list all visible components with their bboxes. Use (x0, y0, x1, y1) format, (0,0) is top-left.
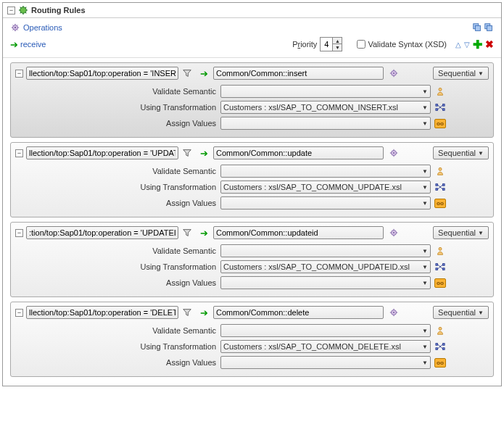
svg-rect-6 (487, 25, 492, 30)
priority-input[interactable] (321, 38, 332, 51)
svg-rect-26 (443, 264, 445, 266)
person-icon[interactable] (434, 324, 447, 337)
assign-values-select[interactable]: ▼ (220, 276, 431, 289)
move-down-button[interactable]: ▽ (464, 41, 470, 49)
target-input[interactable] (213, 226, 384, 239)
arrow-right-icon: ➔ (200, 307, 208, 318)
browse-target-icon[interactable] (388, 307, 400, 318)
transformation-select[interactable]: Customers : xsl/SAP_TO_COMMON_UPDATE.xsl… (220, 181, 431, 194)
person-icon[interactable] (434, 244, 447, 257)
assign-values-select[interactable]: ▼ (220, 117, 431, 130)
assign-icon[interactable]: oo (434, 196, 447, 210)
collapse-rule-button[interactable]: − (15, 70, 23, 78)
transformation-value: Customers : xsl/SAP_TO_COMMON_UPDATEID.x… (223, 262, 410, 271)
caret-down-icon: ▼ (478, 310, 484, 316)
filter-icon[interactable] (181, 147, 193, 159)
browse-target-icon[interactable] (388, 227, 400, 238)
copy-buttons (472, 22, 494, 33)
move-up-button[interactable]: △ (455, 41, 461, 49)
assign-values-select[interactable]: ▼ (220, 356, 431, 369)
caret-down-icon: ▼ (478, 70, 484, 77)
delete-button[interactable]: ✖ (485, 38, 494, 50)
execution-mode-button[interactable]: Sequential ▼ (433, 226, 489, 239)
operations-link[interactable]: Operations (23, 23, 62, 32)
validate-semantic-select[interactable]: ▼ (220, 85, 431, 98)
copy-icon-1[interactable] (472, 22, 482, 33)
spinner-up[interactable]: ▲ (333, 38, 342, 44)
target-input[interactable] (213, 67, 384, 80)
browse-target-icon[interactable] (388, 147, 400, 159)
transformation-select[interactable]: Customers : xsl/SAP_TO_COMMON_INSERT.xsl… (220, 101, 431, 114)
spinner-down[interactable]: ▼ (333, 44, 342, 51)
receive-link[interactable]: receive (20, 40, 46, 49)
svg-rect-17 (436, 184, 438, 186)
execution-mode-label: Sequential (438, 228, 476, 237)
rule-item: − ➔ Sequential ▼ Validate Semantic ▼ (10, 222, 494, 297)
validate-syntax-input[interactable] (357, 40, 365, 49)
priority-spinner[interactable]: ▲ ▼ (320, 37, 342, 51)
rule-header: − ➔ Sequential ▼ (11, 302, 493, 323)
mapping-icon[interactable] (434, 181, 447, 194)
person-icon[interactable] (434, 165, 447, 178)
svg-rect-24 (436, 264, 438, 266)
collapse-rule-button[interactable]: − (15, 149, 23, 157)
arrow-right-icon: ➔ (200, 68, 208, 79)
mapping-icon[interactable] (434, 340, 447, 353)
filter-input[interactable] (26, 146, 178, 159)
svg-point-15 (393, 152, 394, 154)
validate-semantic-select[interactable]: ▼ (220, 165, 431, 178)
arrow-right-icon: ➔ (10, 39, 18, 50)
assign-values-label: Assign Values (15, 119, 220, 128)
svg-rect-20 (443, 188, 445, 191)
svg-point-23 (439, 247, 442, 250)
using-transformation-label: Using Transformation (15, 342, 220, 351)
assign-values-label: Assign Values (15, 199, 220, 207)
filter-icon[interactable] (181, 307, 193, 318)
validate-syntax-checkbox[interactable]: Validate Syntax (XSD) (357, 40, 447, 49)
svg-rect-33 (443, 344, 445, 346)
person-icon[interactable] (434, 85, 447, 98)
transformation-value: Customers : xsl/SAP_TO_COMMON_INSERT.xsl (223, 103, 398, 112)
svg-rect-18 (436, 188, 438, 191)
assign-icon[interactable]: oo (434, 356, 447, 369)
execution-mode-label: Sequential (438, 69, 476, 78)
filter-icon[interactable] (181, 67, 193, 79)
execution-mode-button[interactable]: Sequential ▼ (433, 67, 489, 80)
browse-target-icon[interactable] (388, 67, 400, 79)
svg-point-9 (439, 88, 442, 91)
rule-item: − ➔ Sequential ▼ Validate Semantic ▼ (10, 302, 494, 377)
transformation-select[interactable]: Customers : xsl/SAP_TO_COMMON_DELETE.xsl… (220, 340, 431, 353)
transformation-select[interactable]: Customers : xsl/SAP_TO_COMMON_UPDATEID.x… (220, 260, 431, 273)
execution-mode-button[interactable]: Sequential ▼ (433, 306, 489, 319)
collapse-rule-button[interactable]: − (15, 309, 23, 317)
svg-rect-25 (436, 268, 438, 270)
rule-header: − ➔ Sequential ▼ (11, 63, 493, 83)
receive-row: ➔ receive Priority ▲ ▼ Validate Syntax (… (3, 36, 501, 58)
validate-semantic-select[interactable]: ▼ (220, 324, 431, 337)
assign-values-select[interactable]: ▼ (220, 196, 431, 210)
filter-icon[interactable] (181, 227, 193, 238)
filter-input[interactable] (26, 226, 178, 239)
collapse-rule-button[interactable]: − (15, 229, 23, 237)
assign-icon[interactable]: oo (434, 117, 447, 130)
arrow-right-icon: ➔ (200, 228, 208, 238)
svg-rect-27 (443, 268, 445, 270)
add-button[interactable]: ✚ (473, 38, 482, 51)
svg-rect-11 (436, 109, 438, 111)
filter-input[interactable] (26, 306, 178, 319)
target-input[interactable] (213, 146, 384, 159)
operations-row: Operations (3, 18, 501, 36)
rule-item: − ➔ Sequential ▼ Validate Semantic ▼ (10, 62, 494, 138)
execution-mode-button[interactable]: Sequential ▼ (433, 146, 489, 159)
copy-icon-2[interactable] (484, 22, 494, 33)
target-input[interactable] (213, 306, 384, 319)
mapping-icon[interactable] (434, 101, 447, 114)
assign-icon[interactable]: oo (434, 276, 447, 289)
filter-input[interactable] (26, 67, 178, 80)
svg-point-29 (393, 312, 394, 313)
collapse-panel-button[interactable]: − (7, 7, 15, 14)
validate-semantic-select[interactable]: ▼ (220, 244, 431, 257)
mapping-icon[interactable] (434, 260, 447, 273)
svg-point-8 (393, 72, 394, 74)
assign-values-label: Assign Values (15, 278, 220, 287)
